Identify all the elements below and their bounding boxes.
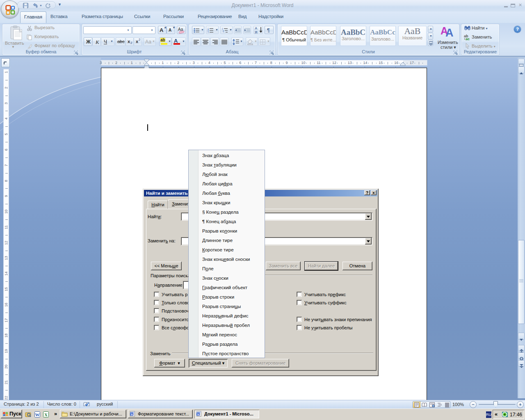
svg-text:W: W — [130, 413, 133, 415]
svg-text:3: 3 — [208, 31, 209, 33]
svg-text:W: W — [35, 412, 40, 417]
svg-text:W: W — [197, 413, 200, 415]
svg-text:i: i — [224, 31, 224, 33]
svg-text:X: X — [44, 412, 48, 417]
svg-text:ac: ac — [466, 37, 470, 40]
